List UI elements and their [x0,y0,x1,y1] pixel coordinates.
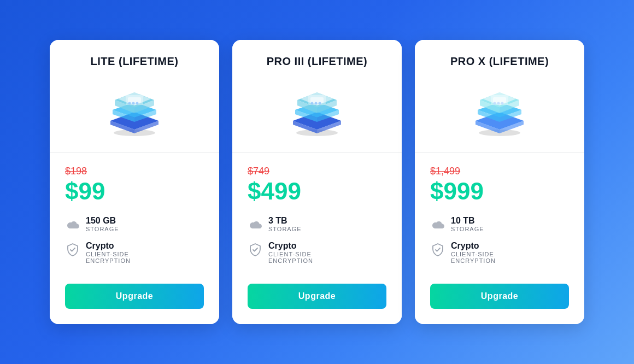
svg-point-15 [494,102,496,105]
svg-rect-14 [493,97,506,103]
crypto-sub1-prox: CLIENT-SIDE [451,251,496,257]
crypto-sub2-prox: ENCRYPTION [451,257,496,264]
svg-point-9 [311,102,314,105]
storage-feature-prox: 10 TB STORAGE [430,216,569,232]
svg-rect-8 [310,97,324,103]
crypto-sub2-pro3: ENCRYPTION [268,257,313,264]
plan-card-prox: PRO X (LIFETIME) $1,499 $9 [415,40,584,324]
plan-title-lite: LITE (LIFETIME) [91,55,179,68]
svg-point-17 [501,102,504,105]
plan-title-pro3: PRO III (LIFETIME) [267,55,368,68]
storage-label-pro3: STORAGE [268,226,302,232]
crypto-text-pro3: Crypto CLIENT-SIDE ENCRYPTION [268,241,313,264]
crypto-label-prox: Crypto [451,241,496,251]
old-price-lite: $198 [65,166,204,177]
svg-point-16 [497,102,500,105]
new-price-lite: $99 [65,178,204,204]
plan-image-prox [464,79,535,139]
crypto-text-lite: Crypto CLIENT-SIDE ENCRYPTION [86,241,131,264]
upgrade-btn-wrapper-prox: Upgrade [430,273,569,309]
svg-point-10 [315,102,318,105]
crypto-sub2-lite: ENCRYPTION [86,257,131,264]
storage-text-lite: 150 GB STORAGE [86,216,119,232]
upgrade-button-prox[interactable]: Upgrade [430,284,569,309]
cloud-icon-lite [65,217,80,232]
card-top-prox: PRO X (LIFETIME) [415,40,584,152]
cloud-icon-pro3 [248,217,263,232]
storage-amount-prox: 10 TB [451,216,484,226]
pricing-pro3: $749 $499 [248,166,386,204]
crypto-label-pro3: Crypto [268,241,313,251]
storage-text-pro3: 3 TB STORAGE [268,216,302,232]
new-price-prox: $999 [430,178,569,204]
old-price-prox: $1,499 [430,166,569,177]
new-price-pro3: $499 [248,178,386,204]
crypto-feature-prox: Crypto CLIENT-SIDE ENCRYPTION [430,241,569,264]
plan-card-lite: LITE (LIFETIME) $198 $99 [50,40,219,324]
crypto-feature-lite: Crypto CLIENT-SIDE ENCRYPTION [65,241,204,264]
card-top-pro3: PRO III (LIFETIME) [232,40,402,152]
old-price-pro3: $749 [248,166,386,177]
storage-feature-pro3: 3 TB STORAGE [248,216,386,232]
crypto-feature-pro3: Crypto CLIENT-SIDE ENCRYPTION [248,241,386,264]
storage-text-prox: 10 TB STORAGE [451,216,484,232]
upgrade-button-lite[interactable]: Upgrade [65,284,204,309]
card-bottom-lite: $198 $99 150 GB STORAGE Crypto CLIENT-SI… [50,152,219,324]
svg-point-3 [128,102,131,105]
pricing-lite: $198 $99 [65,166,204,204]
crypto-text-prox: Crypto CLIENT-SIDE ENCRYPTION [451,241,496,264]
svg-rect-2 [128,97,141,103]
pricing-cards: LITE (LIFETIME) $198 $99 [39,29,595,334]
plan-title-prox: PRO X (LIFETIME) [450,55,549,68]
card-bottom-prox: $1,499 $999 10 TB STORAGE Crypto CLIENT-… [415,152,584,324]
crypto-label-lite: Crypto [86,241,131,251]
card-top-lite: LITE (LIFETIME) [50,40,219,152]
cloud-icon-prox [430,217,445,232]
crypto-sub1-lite: CLIENT-SIDE [86,251,131,257]
storage-amount-lite: 150 GB [86,216,119,226]
storage-amount-pro3: 3 TB [268,216,302,226]
shield-icon-lite [65,242,80,257]
shield-icon-pro3 [248,242,263,257]
storage-label-prox: STORAGE [451,226,484,232]
storage-label-lite: STORAGE [86,226,119,232]
card-bottom-pro3: $749 $499 3 TB STORAGE Crypto CLIENT-SID… [232,152,402,324]
upgrade-btn-wrapper-lite: Upgrade [65,273,204,309]
svg-point-5 [136,102,139,105]
plan-image-pro3 [281,79,353,139]
pricing-prox: $1,499 $999 [430,166,569,204]
shield-icon-prox [430,242,445,257]
storage-feature-lite: 150 GB STORAGE [65,216,204,232]
svg-point-4 [132,102,135,105]
plan-card-pro3: PRO III (LIFETIME) $749 $4 [232,40,402,324]
upgrade-btn-wrapper-pro3: Upgrade [248,273,386,309]
crypto-sub1-pro3: CLIENT-SIDE [268,251,313,257]
plan-image-lite [99,79,170,139]
svg-point-11 [319,102,321,105]
upgrade-button-pro3[interactable]: Upgrade [248,284,386,309]
